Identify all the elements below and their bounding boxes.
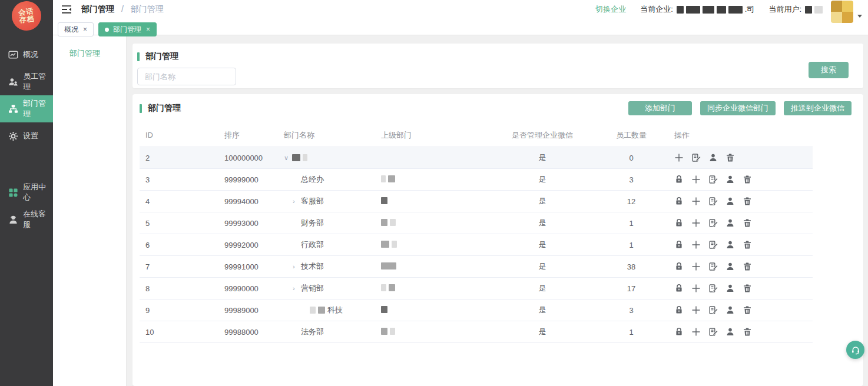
action-button-添加部门[interactable]: 添加部门 [628, 101, 692, 115]
column-header-ID: ID [140, 131, 218, 139]
table-row[interactable]: 7 99991000 › 技术部 是 38 [140, 256, 813, 278]
sidebar-item-apps[interactable]: 应用中心 [0, 179, 53, 206]
tab-close-icon[interactable]: × [146, 25, 150, 34]
delete-icon[interactable] [743, 240, 752, 249]
online-service-float-button[interactable] [846, 341, 864, 359]
edit-icon[interactable] [708, 175, 718, 184]
switch-company-link[interactable]: 切换企业 [595, 4, 626, 15]
lock-icon[interactable] [674, 197, 684, 206]
lock-icon[interactable] [674, 262, 684, 271]
edit-icon[interactable] [708, 305, 718, 315]
tab-概况[interactable]: 概况× [58, 22, 94, 36]
breadcrumb-root[interactable]: 部门管理 [81, 4, 114, 14]
sidebar-item-chart[interactable]: 概况 [0, 41, 53, 68]
add-child-icon[interactable] [691, 262, 701, 271]
edit-icon[interactable] [708, 197, 718, 206]
table-row[interactable]: 5 99993000 财务部 是 1 [140, 212, 813, 234]
action-button-同步企业微信部门[interactable]: 同步企业微信部门 [700, 101, 776, 115]
tree-expand-icon[interactable]: ∨ [284, 154, 292, 162]
members-icon[interactable] [725, 284, 735, 293]
tree-expand-icon[interactable]: › [293, 198, 301, 205]
user-menu-caret-icon[interactable] [857, 15, 862, 18]
delete-icon[interactable] [743, 197, 752, 206]
cell-manage-wecom: 是 [491, 196, 594, 207]
cell-department-name: ∨ [278, 154, 375, 162]
delete-icon[interactable] [743, 284, 752, 293]
subsidebar-item-部门管理[interactable]: 部门管理 [53, 35, 126, 59]
members-icon[interactable] [725, 197, 735, 206]
sidebar-item-org[interactable]: 部门管理 [0, 95, 53, 122]
user-avatar[interactable] [831, 1, 853, 23]
members-icon[interactable] [708, 153, 718, 162]
department-name-input[interactable] [137, 68, 236, 85]
add-child-icon[interactable] [691, 327, 701, 337]
sidebar-item-label: 概况 [23, 49, 38, 60]
cell-manage-wecom: 是 [491, 327, 594, 337]
tab-部门管理[interactable]: 部门管理× [98, 22, 157, 36]
sidebar-item-users[interactable]: 员工管理 [0, 68, 53, 95]
table-row[interactable]: 3 99999000 总经办 是 3 [140, 169, 813, 191]
table-row[interactable]: 8 99990000 › 营销部 是 17 [140, 278, 813, 300]
delete-icon[interactable] [743, 175, 752, 184]
edit-icon[interactable] [708, 284, 718, 293]
table-card-title-text: 部门管理 [148, 103, 181, 114]
edit-icon[interactable] [691, 153, 701, 162]
table-row[interactable]: 10 99988000 法务部 是 1 [140, 321, 813, 343]
app-logo[interactable]: 会话 存档 [11, 0, 43, 32]
delete-icon[interactable] [743, 327, 752, 337]
lock-icon[interactable] [674, 175, 684, 184]
edit-icon[interactable] [708, 240, 718, 249]
department-name-text: 总经办 [301, 174, 324, 185]
members-icon[interactable] [725, 240, 735, 249]
members-icon[interactable] [725, 218, 735, 228]
breadcrumb: 部门管理 / 部门管理 [81, 4, 164, 15]
lock-icon[interactable] [674, 305, 684, 315]
members-icon[interactable] [725, 305, 735, 315]
delete-icon[interactable] [743, 262, 752, 271]
tree-expand-icon[interactable]: › [293, 263, 301, 270]
cell-department-name: 总经办 [278, 174, 375, 185]
edit-icon[interactable] [708, 327, 718, 337]
redacted-block [381, 328, 387, 335]
menu-fold-icon[interactable] [61, 5, 72, 14]
lock-icon[interactable] [674, 240, 684, 249]
add-child-icon[interactable] [691, 175, 701, 184]
cell-employee-count: 0 [594, 154, 668, 162]
department-name-text: 财务部 [301, 218, 324, 228]
add-child-icon[interactable] [691, 197, 701, 206]
table-row[interactable]: 9 99989000 科技 是 3 [140, 300, 813, 321]
lock-icon[interactable] [674, 218, 684, 228]
lock-icon[interactable] [674, 327, 684, 337]
edit-icon[interactable] [708, 218, 718, 228]
redacted-block [390, 219, 396, 226]
department-name-text: 营销部 [301, 283, 324, 294]
redacted-block [728, 6, 743, 14]
add-child-icon[interactable] [691, 305, 701, 315]
add-child-icon[interactable] [691, 218, 701, 228]
search-button[interactable]: 搜索 [809, 62, 849, 78]
action-button-推送到企业微信[interactable]: 推送到企业微信 [784, 101, 852, 115]
delete-icon[interactable] [725, 153, 735, 162]
cell-employee-count: 1 [594, 328, 668, 337]
delete-icon[interactable] [743, 218, 752, 228]
table-action-buttons: 添加部门同步企业微信部门推送到企业微信 [628, 101, 852, 115]
tab-close-icon[interactable]: × [83, 25, 87, 34]
add-child-icon[interactable] [691, 240, 701, 249]
members-icon[interactable] [725, 175, 735, 184]
delete-icon[interactable] [743, 305, 752, 315]
sidebar-item-gear[interactable]: 设置 [0, 122, 53, 149]
redacted-block [717, 6, 726, 14]
lock-icon[interactable] [674, 284, 684, 293]
cell-manage-wecom: 是 [491, 152, 594, 163]
members-icon[interactable] [725, 327, 735, 337]
table-row[interactable]: 4 99994000 › 客服部 是 12 [140, 191, 813, 212]
edit-icon[interactable] [708, 262, 718, 271]
members-icon[interactable] [725, 262, 735, 271]
table-row[interactable]: 6 99992000 行政部 是 1 [140, 234, 813, 256]
table-row[interactable]: 2 100000000 ∨ 是 0 [140, 147, 813, 169]
tree-expand-icon[interactable]: › [293, 285, 301, 292]
sidebar-item-service[interactable]: 在线客服 [0, 206, 53, 233]
add-child-icon[interactable] [691, 284, 701, 293]
add-child-icon[interactable] [674, 153, 684, 162]
tab-bar: 概况×部门管理× [53, 19, 868, 36]
